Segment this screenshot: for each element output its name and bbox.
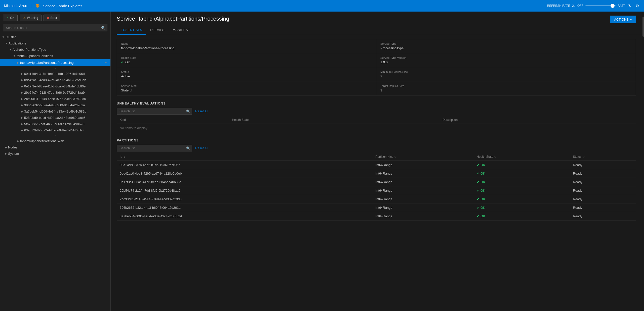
tree-item-cluster[interactable]: ▼ Cluster (0, 34, 110, 40)
ok-badge-icon: ✔ (477, 197, 479, 201)
ok-status-button[interactable]: ✔ OK (3, 15, 18, 21)
p10-expand-icon: ▶ (21, 129, 23, 132)
actions-label: ACTIONS (614, 18, 629, 21)
health-ok-icon: ✔ (121, 60, 124, 64)
ok-badge: ✔ OK (477, 189, 485, 192)
refresh-slider[interactable] (585, 5, 616, 6)
top-navbar: Microsoft Azure | ❋ Service Fabric Explo… (0, 0, 644, 12)
partition-kind-cell: Int64Range (373, 186, 474, 195)
tree-item-p4[interactable]: ▶ 29b54c74-212f-47dd-8fd6-9b2729d48aa9 (0, 89, 110, 96)
tree-item-p5[interactable]: ▶ 2bc90c81-2148-45ce-976d-e4cd337d23d0 (0, 96, 110, 102)
table-row: 09a14df4-3d7b-4eb2-b1db-19361fc7e06d Int… (117, 161, 636, 169)
partitions-search-wrap: 🔍 (117, 145, 192, 151)
applications-label: Applications (9, 41, 108, 45)
tree-item-web[interactable]: ▶ fabric:/AlphabetPartitions/Web (0, 138, 110, 144)
partition-id-cell[interactable]: 29b54c74-212f-47dd-8fd6-9b2729d48aa9 (117, 186, 373, 195)
partitions-col-id: Id ▲ (117, 153, 373, 161)
settings-button[interactable]: ⚙ (634, 3, 640, 9)
p9-expand-icon: ▶ (21, 123, 23, 125)
partition-kind-cell: Int64Range (373, 203, 474, 212)
tree-item-p9[interactable]: ▶ 5fb703c2-2bdf-4b50-a86d-e4c9c9498628 (0, 121, 110, 127)
fabric-expand-icon: ▼ (13, 55, 16, 57)
tree-item-system[interactable]: ▶ System (0, 150, 110, 157)
tree-item-p7[interactable]: ▶ 3a7beb54-d006-4e34-a33e-49c49b1c582d (0, 108, 110, 115)
p2-expand-icon: ▶ (21, 79, 23, 81)
essentials-health-cell: Health State ✔ OK (117, 53, 376, 67)
tab-manifest[interactable]: MANIFEST (169, 25, 194, 35)
p6-expand-icon: ▶ (21, 104, 23, 107)
processing-label: fabric:/AlphabetPartitions/Processing (20, 61, 105, 65)
p7-expand-icon: ▶ (21, 110, 23, 113)
p3-label: 0e17f3e4-83ae-41b3-8cab-384bde40b80e (24, 84, 108, 88)
processing-context-menu[interactable]: ··· (105, 60, 108, 65)
essentials-status-cell: Status Active (117, 67, 376, 81)
tree-item-nodes[interactable]: ▶ Nodes (0, 144, 110, 150)
partitions-col-health-sort: Health State ▽ (477, 155, 567, 159)
tree-item-processing[interactable]: ▶ fabric:/AlphabetPartitions/Processing … (0, 59, 110, 66)
tree-item-p6[interactable]: ▶ 396b2632-b32a-44a3-b60f-8f064a2d261a (0, 102, 110, 108)
tree-item-p1[interactable]: ▶ 09a14df4-3d7b-4eb2-b1db-19361fc7e06d (0, 71, 110, 77)
fabric-label: fabric:/AlphabetPartitions (17, 54, 108, 58)
essentials-servicekind-cell: Service Kind Stateful (117, 81, 376, 95)
partition-id-cell[interactable]: 2bc90c81-2148-45ce-976d-e4cd337d23d0 (117, 195, 373, 203)
kind-filter-icon[interactable]: ▽ (394, 156, 396, 158)
tree-item-fabricalphabetpartitions[interactable]: ▼ fabric:/AlphabetPartitions (0, 53, 110, 59)
actions-button[interactable]: ACTIONS ▾ (610, 16, 636, 23)
right-scrollbar[interactable] (642, 12, 644, 311)
partition-kind-cell: Int64Range (373, 161, 474, 169)
error-status-button[interactable]: ✖ Error (44, 15, 61, 21)
unhealthy-empty-row: No items to display. (117, 124, 636, 132)
tree-item-applications[interactable]: ▼ Applications (0, 40, 110, 46)
partition-id-cell[interactable]: 0dc42ac0-4ed8-42b5-acd7-94a128e5d0eb (117, 169, 373, 178)
ok-badge-icon: ✔ (477, 214, 479, 218)
tree-item-p3[interactable]: ▶ 0e17f3e4-83ae-41b3-8cab-384bde40b80e (0, 83, 110, 89)
partitions-reset-button[interactable]: Reset All (195, 146, 208, 150)
essentials-servicekind-label: Service Kind (121, 84, 372, 87)
processing-expand-icon: ▶ (17, 61, 19, 64)
partitions-search-icon: 🔍 (186, 146, 190, 150)
tree-item-p8[interactable]: ▶ 528febd9-becd-4d04-aa2d-48de969bacb5 (0, 115, 110, 121)
tree-item-p2[interactable]: ▶ 0dc42ac0-4ed8-42b5-acd7-94a128e5d0eb (0, 77, 110, 83)
unhealthy-reset-button[interactable]: Reset All (195, 109, 208, 113)
unhealthy-search-row: 🔍 Reset All (117, 108, 636, 115)
cluster-expand-icon: ▼ (2, 36, 5, 38)
search-cluster-input[interactable] (3, 24, 107, 31)
actions-chevron-icon: ▾ (630, 18, 632, 21)
unhealthy-col-kind: Kind (117, 116, 229, 124)
unhealthy-search-input[interactable] (117, 108, 192, 115)
p6-label: 396b2632-b32a-44a3-b60f-8f064a2d261a (24, 103, 108, 107)
partition-health-cell: ✔ OK (474, 161, 570, 169)
warning-label: Warning (27, 16, 38, 20)
health-filter-icon[interactable]: ▽ (494, 156, 496, 158)
app-icon: ❋ (35, 3, 40, 9)
alphabettype-expand-icon: ▼ (9, 48, 12, 51)
warning-status-button[interactable]: ⚠ Warning (20, 15, 41, 21)
main-layout: ✔ OK ⚠ Warning ✖ Error 🔍 ▼ Cluster (0, 12, 644, 311)
status-filter-icon[interactable]: ▽ (583, 156, 585, 158)
alphabettype-label: AlphabetPartitionsType (13, 48, 108, 51)
essentials-left: Name fabric:/AlphabetPartitions/Processi… (117, 39, 376, 95)
partition-id-cell[interactable]: 396b2632-b32a-44a3-b60f-8f064a2d261a (117, 203, 373, 212)
tab-details[interactable]: DETAILS (146, 25, 169, 35)
service-title: Service fabric:/AlphabetPartitions/Proce… (117, 16, 229, 22)
error-label: Error (51, 16, 57, 20)
partition-id-cell[interactable]: 3a7beb54-d006-4e34-a33e-49c49b1c582d (117, 212, 373, 221)
p5-label: 2bc90c81-2148-45ce-976d-e4cd337d23d0 (24, 97, 108, 101)
partition-kind-cell: Int64Range (373, 169, 474, 178)
p5-expand-icon: ▶ (21, 97, 23, 100)
partitions-search-input[interactable] (117, 145, 192, 151)
ok-label: OK (10, 16, 14, 20)
essentials-minreplica-label: Minimum Replica Size (380, 70, 632, 73)
ok-badge-label: OK (480, 197, 485, 201)
unhealthy-col-health: Health State (229, 116, 439, 124)
partitions-col-status: Status ▽ (570, 153, 636, 161)
partition-id-cell[interactable]: 09a14df4-3d7b-4eb2-b1db-19361fc7e06d (117, 161, 373, 169)
tree-item-p10[interactable]: ▶ 63a332b8-5072-4447-a4b8-a0af5f4031c4 (0, 127, 110, 133)
tree-item-alphabetpartitionstype[interactable]: ▼ AlphabetPartitionsType (0, 46, 110, 53)
refresh-button[interactable]: ↻ (627, 3, 632, 9)
ok-badge: ✔ OK (477, 214, 485, 218)
partition-id-cell[interactable]: 0e17f3e4-83ae-41b3-8cab-384bde40b80e (117, 178, 373, 186)
p4-expand-icon: ▶ (21, 91, 23, 94)
tab-essentials[interactable]: ESSENTIALS (117, 25, 146, 35)
scroll-up-indicator: ︽ (0, 66, 110, 71)
